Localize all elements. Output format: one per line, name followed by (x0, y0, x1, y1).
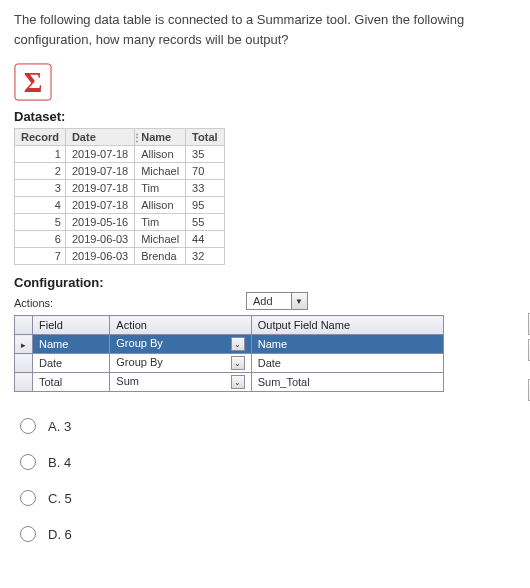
grid-col-field: Field (33, 316, 110, 335)
cell-record: 7 (15, 248, 66, 265)
col-total: Total (186, 129, 224, 146)
radio-icon (20, 526, 36, 542)
cell-date: 2019-07-18 (65, 163, 134, 180)
cell-date: 2019-07-18 (65, 197, 134, 214)
answer-option-A[interactable]: A. 3 (20, 418, 516, 434)
cell-date: 2019-07-18 (65, 146, 134, 163)
actions-grid: Field Action Output Field Name NameGroup… (14, 315, 444, 392)
col-date: Date (65, 129, 134, 146)
col-name: ⋮Name (135, 129, 186, 146)
grid-row-header[interactable] (15, 354, 33, 373)
table-row: 42019-07-18Allison95 (15, 197, 225, 214)
table-row: 72019-06-03Brenda32 (15, 248, 225, 265)
add-action-dropdown[interactable]: Add ▼ (246, 292, 308, 310)
cell-name: Tim (135, 180, 186, 197)
cell-total: 95 (186, 197, 224, 214)
cell-output[interactable]: Date (251, 354, 443, 373)
cell-name: Brenda (135, 248, 186, 265)
add-action-label: Add (247, 295, 291, 307)
table-row: 32019-07-18Tim33 (15, 180, 225, 197)
actions-label: Actions: (14, 297, 53, 309)
answer-option-C[interactable]: C. 5 (20, 490, 516, 506)
cell-record: 3 (15, 180, 66, 197)
cell-date: 2019-06-03 (65, 248, 134, 265)
cell-total: 55 (186, 214, 224, 231)
radio-icon (20, 418, 36, 434)
grid-col-output: Output Field Name (251, 316, 443, 335)
cell-name: Allison (135, 197, 186, 214)
dataset-header-row: Record Date ⋮Name Total (15, 129, 225, 146)
cell-total: 35 (186, 146, 224, 163)
summarize-sigma-icon: Σ (14, 63, 52, 101)
cell-record: 6 (15, 231, 66, 248)
cell-date: 2019-06-03 (65, 231, 134, 248)
cell-record: 5 (15, 214, 66, 231)
cell-record: 4 (15, 197, 66, 214)
col-record: Record (15, 129, 66, 146)
cell-date: 2019-05-16 (65, 214, 134, 231)
grid-row[interactable]: NameGroup By⌄Name (15, 335, 444, 354)
cell-total: 44 (186, 231, 224, 248)
cell-name: Michael (135, 231, 186, 248)
dataset-table: Record Date ⋮Name Total 12019-07-18Allis… (14, 128, 225, 265)
cell-field[interactable]: Name (33, 335, 110, 354)
question-text: The following data table is connected to… (14, 10, 516, 49)
radio-icon (20, 490, 36, 506)
grid-corner (15, 316, 33, 335)
cell-field[interactable]: Date (33, 354, 110, 373)
cell-name: Tim (135, 214, 186, 231)
table-row: 12019-07-18Allison35 (15, 146, 225, 163)
answer-option-D[interactable]: D. 6 (20, 526, 516, 542)
cell-total: 70 (186, 163, 224, 180)
cell-action[interactable]: Group By⌄ (110, 354, 251, 373)
svg-text:Σ: Σ (24, 67, 43, 98)
option-label: C. 5 (48, 491, 72, 506)
answer-option-B[interactable]: B. 4 (20, 454, 516, 470)
cell-record: 1 (15, 146, 66, 163)
cell-name: Allison (135, 146, 186, 163)
cell-record: 2 (15, 163, 66, 180)
answer-options: A. 3B. 4C. 5D. 6 (14, 418, 516, 542)
grid-row[interactable]: DateGroup By⌄Date (15, 354, 444, 373)
dataset-heading: Dataset: (14, 109, 516, 124)
cell-name: Michael (135, 163, 186, 180)
table-row: 62019-06-03Michael44 (15, 231, 225, 248)
chevron-down-icon: ⌄ (231, 337, 245, 351)
table-row: 22019-07-18Michael70 (15, 163, 225, 180)
option-label: D. 6 (48, 527, 72, 542)
column-drag-handle-icon: ⋮ (132, 132, 141, 143)
grid-col-action: Action (110, 316, 251, 335)
cell-field[interactable]: Total (33, 373, 110, 392)
cell-output[interactable]: Name (251, 335, 443, 354)
cell-total: 32 (186, 248, 224, 265)
cell-output[interactable]: Sum_Total (251, 373, 443, 392)
grid-row-header[interactable] (15, 373, 33, 392)
configuration-heading: Configuration: (14, 275, 516, 290)
chevron-down-icon: ⌄ (231, 375, 245, 389)
cell-action[interactable]: Group By⌄ (110, 335, 251, 354)
cell-total: 33 (186, 180, 224, 197)
cell-action[interactable]: Sum⌄ (110, 373, 251, 392)
dropdown-arrow-icon: ▼ (291, 293, 307, 309)
radio-icon (20, 454, 36, 470)
table-row: 52019-05-16Tim55 (15, 214, 225, 231)
option-label: B. 4 (48, 455, 71, 470)
cell-date: 2019-07-18 (65, 180, 134, 197)
grid-row-header[interactable] (15, 335, 33, 354)
grid-row[interactable]: TotalSum⌄Sum_Total (15, 373, 444, 392)
chevron-down-icon: ⌄ (231, 356, 245, 370)
option-label: A. 3 (48, 419, 71, 434)
